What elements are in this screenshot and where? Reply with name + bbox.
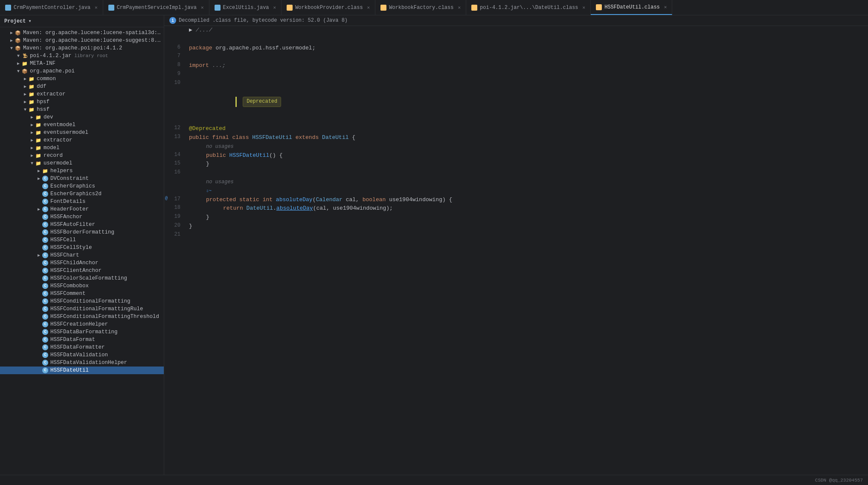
sidebar-item-hssfchildanchor[interactable]: C HSSFChildAnchor <box>0 259 164 267</box>
sidebar-item-hssfdatavalidationhelper[interactable]: C HSSFDataValidationHelper <box>0 359 164 367</box>
tab-workbookprovider[interactable]: WorkbookProvider.class ✕ <box>282 0 375 15</box>
sidebar-item-ddf[interactable]: ▶ 📁 ddf <box>0 83 164 90</box>
sidebar-item-hssfconditionalformatting[interactable]: C HSSFConditionalFormatting <box>0 297 164 305</box>
java-file-icon <box>215 5 221 11</box>
close-icon[interactable]: ✕ <box>664 4 667 10</box>
close-icon[interactable]: ✕ <box>201 5 204 10</box>
sidebar-item-eventmodel[interactable]: ▶ 📁 eventmodel <box>0 121 164 129</box>
code-row-17: 17 @ protected static int absoluteDay(Ca… <box>164 196 868 205</box>
line-num: 10 <box>164 79 186 88</box>
sidebar-item-hssfcell[interactable]: C HSSFCell <box>0 236 164 244</box>
tab-crmpaymentserviceimpl[interactable]: CrmPaymentServiceImpl.java ✕ <box>103 0 209 15</box>
sidebar-item-hssfcolorscaleformatting[interactable]: C HSSFColorScaleFormatting <box>0 274 164 282</box>
sidebar-item-hssfdatabarformatting[interactable]: C HSSFDataBarFormatting <box>0 328 164 336</box>
node-label: HSSFCombobox <box>50 283 164 289</box>
tab-poi-dateutil[interactable]: poi-4.1.2.jar\...\DateUtil.class ✕ <box>466 0 591 15</box>
sidebar-item-extractor2[interactable]: ▶ 📁 extractor <box>0 136 164 144</box>
node-label: FontDetails <box>50 199 164 205</box>
code-row-impl-icon: ⇩~ <box>164 187 868 196</box>
sidebar-item-dvconstraint[interactable]: ▶ C DVConstraint <box>0 175 164 182</box>
sidebar-tree[interactable]: ▶ 📦 Maven: org.apache.lucene:lucene-spat… <box>0 27 164 475</box>
sidebar-item-common[interactable]: ▶ 📁 common <box>0 75 164 83</box>
sidebar-item-hssfchart[interactable]: ▶ C HSSFChart <box>0 251 164 259</box>
sidebar-item-eventusermodel[interactable]: ▶ 📁 eventusermodel <box>0 129 164 136</box>
line-num <box>164 178 186 187</box>
sidebar-item-fontdetails[interactable]: C FontDetails <box>0 198 164 205</box>
sidebar-item-hssfconditionalformattingthreshold[interactable]: C HSSFConditionalFormattingThreshold <box>0 313 164 320</box>
arrow-icon: ▶ <box>36 253 42 258</box>
sidebar-item-hssfcombobox[interactable]: C HSSFCombobox <box>0 282 164 290</box>
sidebar-item-helpers[interactable]: ▶ 📁 helpers <box>0 167 164 175</box>
line-content: public final class HSSFDateUtil extends … <box>186 133 868 142</box>
arrow-icon: ▼ <box>22 107 28 112</box>
sidebar-item-hssfcellstyle[interactable]: C HSSFCellStyle <box>0 244 164 251</box>
sidebar-item-hssf[interactable]: ▼ 📁 hssf <box>0 106 164 113</box>
sidebar-item-hssfanchor[interactable]: C HSSFAnchor <box>0 213 164 221</box>
tab-workbookfactory[interactable]: WorkbookFactory.class ✕ <box>375 0 466 15</box>
close-icon[interactable]: ✕ <box>583 5 586 10</box>
close-icon[interactable]: ✕ <box>273 5 276 10</box>
sidebar-item-org-apache-poi[interactable]: ▼ 📦 org.apache.poi <box>0 67 164 75</box>
node-label: HSSFDateUtil <box>50 367 164 373</box>
sidebar-item-hssfborderformatting[interactable]: C HSSFBorderFormatting <box>0 228 164 236</box>
line-num: 8 <box>164 61 186 70</box>
maven-icon: 📦 <box>15 45 21 52</box>
code-container[interactable]: ▶ /.../ 6 package org.apache.poi.hssf.us… <box>164 26 868 475</box>
class-file-icon <box>596 4 602 10</box>
sidebar-item-record[interactable]: ▶ 📁 record <box>0 152 164 159</box>
close-icon[interactable]: ✕ <box>95 5 98 10</box>
line-content: } <box>186 213 868 222</box>
folder-icon: 📁 <box>35 144 42 151</box>
sidebar-item-hssfdateutil[interactable]: C HSSFDateUtil <box>0 367 164 374</box>
sidebar-item-maven-poi[interactable]: ▼ 📦 Maven: org.apache.poi:poi:4.1.2 <box>0 44 164 52</box>
sidebar-item-dev[interactable]: ▶ 📁 dev <box>0 113 164 121</box>
project-dropdown-icon[interactable]: ▾ <box>28 18 31 24</box>
sidebar-item-hssfcomment[interactable]: C HSSFComment <box>0 290 164 297</box>
arrow-icon: ▶ <box>29 145 35 150</box>
classfile-icon: C <box>42 183 49 190</box>
sidebar-item-headerfooter[interactable]: ▶ C HeaderFooter <box>0 205 164 213</box>
sidebar-item-hssfautofilter[interactable]: C HSSFAutoFilter <box>0 221 164 228</box>
line-content: } <box>186 160 868 169</box>
code-row-20: 20 } <box>164 222 868 231</box>
line-num <box>164 115 186 124</box>
node-label: HSSFConditionalFormattingThreshold <box>50 314 164 320</box>
folder-icon: 📁 <box>35 152 42 159</box>
sidebar-item-model[interactable]: ▶ 📁 model <box>0 144 164 152</box>
tab-hssfdateutil[interactable]: HSSFDateUtil.class ✕ <box>591 0 672 15</box>
sidebar-item-maven-lucene-suggest[interactable]: ▶ 📦 Maven: org.apache.lucene:lucene-sugg… <box>0 37 164 44</box>
close-icon[interactable]: ✕ <box>367 5 370 10</box>
sidebar-item-hssfdatavalidation[interactable]: C HSSFDataValidation <box>0 351 164 359</box>
tab-excelutils[interactable]: ExcelUtils.java ✕ <box>209 0 282 15</box>
sidebar-item-hssfdataformat[interactable]: C HSSFDataFormat <box>0 336 164 344</box>
node-label: HSSFChildAnchor <box>50 260 164 266</box>
line-content <box>186 169 868 178</box>
sidebar-item-extractor[interactable]: ▶ 📁 extractor <box>0 90 164 98</box>
sidebar-item-hssfclientanchor[interactable]: C HSSFClientAnchor <box>0 267 164 274</box>
line-num: 21 <box>164 231 186 240</box>
tab-label: poi-4.1.2.jar\...\DateUtil.class <box>480 5 578 11</box>
sidebar-item-hssfcreationhelper[interactable]: C HSSFCreationHelper <box>0 320 164 328</box>
folder-icon: 📁 <box>28 75 35 82</box>
classfile-icon: C <box>42 336 49 343</box>
sidebar-item-poi-jar[interactable]: ▼ 🗜 poi-4.1.2.jar library root <box>0 52 164 60</box>
sidebar-item-eschergraphics[interactable]: C EscherGraphics <box>0 182 164 190</box>
tab-crmpaymentcontroller[interactable]: CrmPaymentController.java ✕ <box>0 0 103 15</box>
info-bar: i Decompiled .class file, bytecode versi… <box>164 15 868 26</box>
classfile-icon: C <box>42 206 49 213</box>
line-num <box>164 187 186 196</box>
line-content <box>186 231 868 240</box>
sidebar-item-hssfdataformatter[interactable]: C HSSFDataFormatter <box>0 344 164 351</box>
node-label: org.apache.poi <box>30 68 164 74</box>
sidebar-item-meta-inf[interactable]: ▶ 📁 META-INF <box>0 60 164 67</box>
sidebar-item-maven-lucene-spatial[interactable]: ▶ 📦 Maven: org.apache.lucene:lucene-spat… <box>0 29 164 37</box>
sidebar: Project ▾ ▶ 📦 Maven: org.apache.lucene:l… <box>0 15 164 475</box>
sidebar-item-usermodel[interactable]: ▼ 📁 usermodel <box>0 159 164 167</box>
sidebar-item-hpsf[interactable]: ▶ 📁 hpsf <box>0 98 164 106</box>
sidebar-item-hssfconditionalformattingrule[interactable]: C HSSFConditionalFormattingRule <box>0 305 164 313</box>
classfile-icon: C <box>42 321 49 328</box>
sidebar-item-eschergraphics2d[interactable]: C EscherGraphics2d <box>0 190 164 198</box>
close-icon[interactable]: ✕ <box>458 5 461 10</box>
node-label: HSSFDataBarFormatting <box>50 329 164 335</box>
line-content: } <box>186 222 868 231</box>
